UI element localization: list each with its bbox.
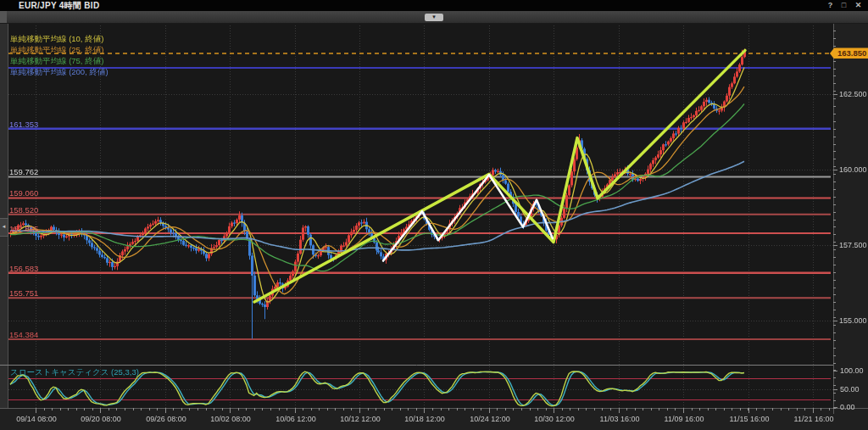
toolbar-collapse-button[interactable]: ▾ [425, 14, 443, 21]
toolbar-accent [0, 11, 7, 23]
maximize-button[interactable]: □ [838, 0, 849, 10]
help-button[interactable]: ? [825, 0, 836, 10]
left-panel-expander[interactable]: ◂ [0, 218, 8, 237]
title-bar: EUR/JPY 4時間 BID ? □ ✕ [0, 0, 868, 11]
toolbar: ▾ [0, 11, 868, 24]
window-title: EUR/JPY 4時間 BID [19, 0, 99, 12]
close-button[interactable]: ✕ [853, 0, 864, 10]
price-chart-canvas[interactable] [0, 0, 868, 430]
chart-window: EUR/JPY 4時間 BID ? □ ✕ ▾ ◂ 単純移動平均線 (10, 終… [0, 0, 868, 430]
